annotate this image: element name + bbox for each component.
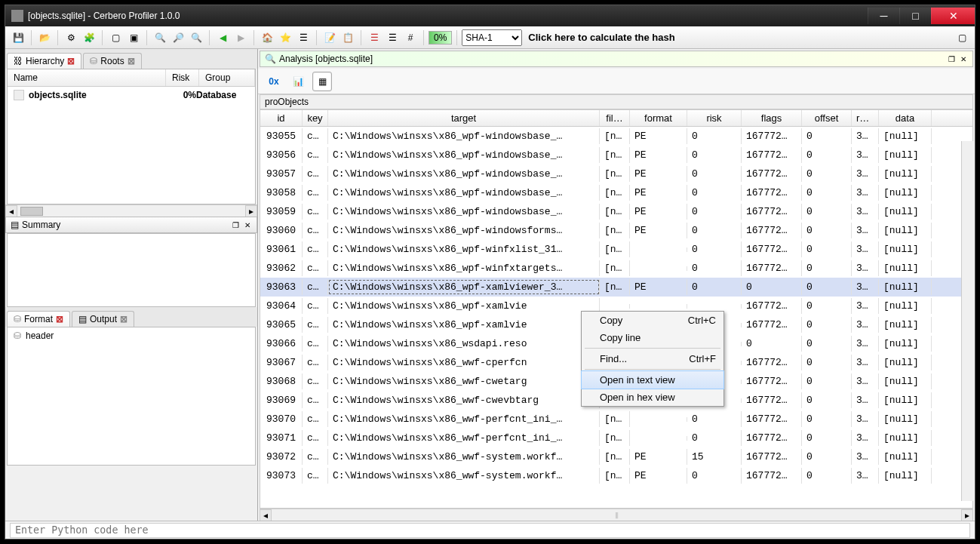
cell-data: [null]: [879, 468, 932, 484]
col-flags[interactable]: flags: [742, 110, 802, 126]
hash-hint[interactable]: Click here to calculate the hash: [528, 32, 674, 43]
table-h-scrollbar[interactable]: ◂ ⦀ ▸: [260, 509, 973, 521]
cell-offset: 0: [802, 430, 852, 446]
tab-roots[interactable]: Roots ⊠: [83, 53, 141, 69]
bookmarks-list-button[interactable]: ☰: [295, 29, 312, 46]
forward-button[interactable]: ▶: [232, 29, 249, 46]
menu-open-hex[interactable]: Open in hex view: [582, 389, 723, 406]
table-view-button[interactable]: ▦: [312, 72, 332, 91]
table-row[interactable]: 93073c…C:\Windows\winsxs\x86_wwf-system.…: [260, 466, 972, 485]
layout-button[interactable]: ▢: [107, 29, 124, 46]
cell-offset: 0: [802, 411, 852, 427]
open-button[interactable]: 📂: [36, 29, 53, 46]
maximize-button[interactable]: □: [899, 8, 931, 24]
cell-key: c…: [303, 223, 328, 238]
table-row[interactable]: 93062c…C:\Windows\winsxs\x86_wpf-winfxta…: [260, 259, 972, 278]
col-group[interactable]: Group: [199, 69, 255, 86]
python-input[interactable]: [10, 523, 970, 538]
tree-row[interactable]: objects.sqlite 0% Database: [8, 87, 255, 103]
scroll-right-icon[interactable]: ▸: [961, 509, 973, 521]
table-row[interactable]: 93060c…C:\Windows\winsxs\x86_wpf-windows…: [260, 221, 972, 240]
table-row[interactable]: 93063c…C:\Windows\winsxs\x86_wpf-xamlvie…: [260, 278, 972, 297]
col-re[interactable]: re…: [852, 110, 879, 126]
col-data[interactable]: data: [879, 110, 932, 126]
scroll-right-icon[interactable]: ▸: [245, 205, 257, 217]
close-icon[interactable]: ⊠: [67, 56, 75, 66]
hex-view-button[interactable]: 0x: [264, 72, 284, 91]
hash-algo-select[interactable]: SHA-1: [462, 29, 522, 46]
back-button[interactable]: ◀: [214, 29, 231, 46]
extensions-button[interactable]: 🧩: [81, 29, 97, 46]
close-icon[interactable]: ✕: [243, 220, 252, 229]
menu-open-text[interactable]: Open in text view: [581, 370, 724, 389]
col-target[interactable]: target: [328, 110, 600, 126]
toolbar-end-button[interactable]: ▢: [954, 29, 970, 46]
note-button[interactable]: 📝: [321, 29, 338, 46]
summary-dock-title[interactable]: ▤ Summary ❐ ✕: [5, 217, 257, 233]
notes-list-button[interactable]: 📋: [339, 29, 356, 46]
cell-target: C:\Windows\winsxs\x86_wwf-cperfcn: [328, 355, 600, 370]
table-row[interactable]: 93059c…C:\Windows\winsxs\x86_wpf-windows…: [260, 202, 972, 221]
undock-icon[interactable]: ❐: [231, 220, 240, 229]
col-format[interactable]: format: [630, 110, 687, 126]
minimize-button[interactable]: ─: [868, 8, 899, 24]
table-row[interactable]: 93061c…C:\Windows\winsxs\x86_wpf-winfxli…: [260, 240, 972, 259]
menu-copy[interactable]: CopyCtrl+C: [582, 312, 723, 329]
close-icon[interactable]: ⊠: [120, 314, 127, 324]
table-row[interactable]: 93058c…C:\Windows\winsxs\x86_wpf-windows…: [260, 183, 972, 202]
cell-risk: 0: [687, 128, 742, 144]
table-row[interactable]: 93070c…C:\Windows\winsxs\x86_wwf-perfcnt…: [260, 410, 972, 429]
scroll-left-icon[interactable]: ◂: [5, 205, 17, 217]
col-name[interactable]: Name: [8, 69, 166, 86]
hash-toggle-icon[interactable]: #: [402, 29, 419, 46]
col-id[interactable]: id: [260, 110, 303, 126]
cell-format: [630, 266, 687, 271]
tab-format[interactable]: Format ⊠: [7, 311, 70, 327]
col-offset[interactable]: offset: [802, 110, 852, 126]
table-v-scrollbar[interactable]: [961, 141, 973, 501]
cell-re: 3…: [852, 392, 879, 408]
cell-flags: 167772…: [742, 392, 802, 408]
close-icon[interactable]: ⊠: [127, 56, 135, 66]
col-fil[interactable]: fil…: [600, 110, 630, 126]
tab-hierarchy[interactable]: ⛓ Hierarchy ⊠: [7, 53, 81, 69]
scroll-left-icon[interactable]: ◂: [260, 509, 272, 521]
menu-copy-line[interactable]: Copy line: [582, 329, 723, 346]
table-row[interactable]: 93057c…C:\Windows\winsxs\x86_wpf-windows…: [260, 164, 972, 183]
cell-re: 3…: [852, 411, 879, 427]
exclude-button[interactable]: ☰: [384, 29, 401, 46]
undock-icon[interactable]: ❐: [947, 54, 956, 63]
bookmark-button[interactable]: ⭐: [277, 29, 293, 46]
h-scrollbar[interactable]: ◂ ▸: [5, 204, 257, 217]
chart-view-button[interactable]: 📊: [288, 72, 308, 91]
col-risk[interactable]: Risk: [166, 69, 199, 86]
col-risk[interactable]: risk: [687, 110, 742, 126]
search-icon[interactable]: 🔍: [152, 29, 168, 46]
cell-offset: 0: [802, 449, 852, 465]
table-row[interactable]: 93056c…C:\Windows\winsxs\x86_wpf-windows…: [260, 146, 972, 164]
search-tree-icon[interactable]: 🔍: [188, 29, 204, 46]
cell-fil: [600, 304, 630, 309]
scroll-thumb[interactable]: [20, 207, 43, 216]
save-dropdown-button[interactable]: 💾: [10, 29, 26, 46]
cell-id: 93067: [260, 355, 303, 370]
table-row[interactable]: 93055c…C:\Windows\winsxs\x86_wpf-windows…: [260, 127, 972, 146]
table-row[interactable]: 93071c…C:\Windows\winsxs\x86_wwf-perfcnt…: [260, 429, 972, 447]
home-button[interactable]: 🏠: [259, 29, 275, 46]
tab-output[interactable]: ▤ Output ⊠: [72, 311, 134, 327]
risk-button[interactable]: ☰: [366, 29, 382, 46]
close-icon[interactable]: ⊠: [56, 314, 63, 324]
cell-format: [630, 436, 687, 441]
table-row[interactable]: 93072c…C:\Windows\winsxs\x86_wwf-system.…: [260, 447, 972, 466]
tree-row[interactable]: header: [8, 327, 255, 344]
col-key[interactable]: key: [303, 110, 328, 126]
close-button[interactable]: ✕: [931, 8, 975, 24]
titlebar[interactable]: [objects.sqlite] - Cerbero Profiler 1.0.…: [5, 5, 975, 26]
windows-button[interactable]: ▣: [125, 29, 142, 46]
menu-find[interactable]: Find...Ctrl+F: [582, 350, 723, 367]
search-down-icon[interactable]: 🔎: [170, 29, 186, 46]
gear-icon[interactable]: ⚙: [63, 29, 79, 46]
close-icon[interactable]: ✕: [959, 54, 968, 63]
analysis-dock-title[interactable]: 🔍 Analysis [objects.sqlite] ❐ ✕: [260, 51, 973, 67]
data-table[interactable]: id key target fil… format risk flags off…: [260, 109, 973, 509]
